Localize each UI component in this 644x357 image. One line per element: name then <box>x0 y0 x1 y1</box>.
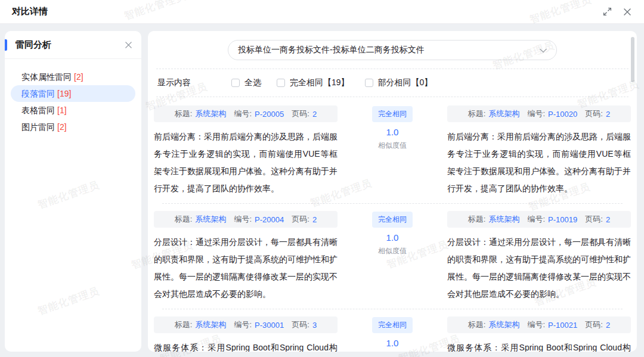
paragraph-title-link[interactable]: 系统架构 <box>488 319 519 330</box>
paragraph-number-link[interactable]: P-10021 <box>548 321 577 330</box>
paragraph-text: 前后端分离：采用前后端分离的涉及思路，后端服务专注于业务逻辑的实现，而前端使用V… <box>447 128 631 197</box>
paragraph-page-link[interactable]: 2 <box>606 321 610 330</box>
paragraph-number-link[interactable]: P-20005 <box>255 110 284 119</box>
paragraph-title-link[interactable]: 系统架构 <box>195 214 226 225</box>
display-content-filter: 显示内容 全选 完全相同【19】 部分相同【0】 <box>148 69 637 97</box>
comparison-row: 标题:系统架构 编号:P-30001 页码:3 微服务体系：采用Spring B… <box>154 309 631 352</box>
paragraph-meta: 标题:系统架构 编号:P-10021 页码:2 <box>447 316 631 333</box>
page-title: 对比详情 <box>12 6 48 17</box>
match-type-badge: 完全相同 <box>372 212 413 228</box>
panel-close-icon[interactable] <box>123 40 133 49</box>
paragraph-meta: 标题:系统架构 编号:P-20005 页码:2 <box>154 105 338 122</box>
similarity-indicator: 完全相同 1.0 相似度值 <box>338 211 447 303</box>
checkbox-label: 完全相同【19】 <box>290 77 349 88</box>
menu-item-label: 表格雷同 <box>21 105 55 115</box>
checkbox-label: 部分相同【0】 <box>378 77 433 88</box>
sidebar-item-paragraph[interactable]: 段落雷同[19] <box>11 85 135 102</box>
match-type-badge: 完全相同 <box>372 106 413 122</box>
paragraph-meta: 标题:系统架构 编号:P-10020 页码:2 <box>447 105 631 122</box>
paragraph-title-link[interactable]: 系统架构 <box>488 214 519 225</box>
menu-item-label: 实体属性雷同 <box>21 72 72 82</box>
paragraph-page-link[interactable]: 3 <box>312 321 317 330</box>
similarity-analysis-panel: 雷同分析 实体属性雷同[2] 段落雷同[19] 表格雷同[1] 图片雷同[2] <box>5 31 141 352</box>
checkbox-select-all[interactable]: 全选 <box>231 77 261 88</box>
comparison-detail-panel: 投标单位一商务投标文件-投标单位二商务投标文件 显示内容 全选 完全相同【19】… <box>148 31 637 352</box>
sidebar-item-image[interactable]: 图片雷同[2] <box>11 119 135 135</box>
comparison-row: 标题:系统架构 编号:P-20004 页码:2 分层设计：通过采用分层设计，每一… <box>154 204 631 309</box>
similarity-score-label: 相似度值 <box>378 246 407 256</box>
scrollbar-thumb[interactable] <box>631 37 634 82</box>
paragraph-number-link[interactable]: P-30001 <box>255 321 284 330</box>
paragraph-title-link[interactable]: 系统架构 <box>195 319 226 330</box>
left-paragraph: 标题:系统架构 编号:P-30001 页码:3 微服务体系：采用Spring B… <box>154 316 338 352</box>
paragraph-page-link[interactable]: 2 <box>606 110 610 119</box>
paragraph-text: 微服务体系：采用Spring Boot和Spring Cloud构建微服务体系，… <box>447 339 631 352</box>
paragraph-text: 分层设计：通过采用分层设计，每一层都具有清晰的职责和界限，这有助于提高系统的可维… <box>447 234 631 303</box>
paragraph-number-link[interactable]: P-10020 <box>548 110 577 119</box>
menu-item-count: [2] <box>74 72 83 82</box>
paragraph-text: 分层设计：通过采用分层设计，每一层都具有清晰的职责和界限，这有助于提高系统的可维… <box>154 234 338 303</box>
right-paragraph: 标题:系统架构 编号:P-10020 页码:2 前后端分离：采用前后端分离的涉及… <box>447 105 631 197</box>
sidebar-title: 雷同分析 <box>16 39 51 51</box>
window-titlebar: 对比详情 <box>0 0 644 24</box>
sidebar-item-table[interactable]: 表格雷同[1] <box>11 102 135 119</box>
paragraph-text: 微服务体系：采用Spring Boot和Spring Cloud构建微服务体系，… <box>154 339 338 352</box>
menu-item-count: [1] <box>57 105 67 115</box>
checkbox-label: 全选 <box>244 77 261 88</box>
sidebar-item-entity-attribute[interactable]: 实体属性雷同[2] <box>11 69 135 85</box>
similarity-indicator: 完全相同 1.0 相似度值 <box>338 316 447 352</box>
similarity-score: 1.0 <box>386 338 399 348</box>
close-icon[interactable] <box>623 7 632 17</box>
similarity-score: 1.0 <box>386 232 399 243</box>
paragraph-page-link[interactable]: 2 <box>312 215 317 224</box>
menu-item-label: 图片雷同 <box>21 122 55 132</box>
filter-label: 显示内容 <box>157 77 191 88</box>
match-type-badge: 完全相同 <box>372 317 413 333</box>
similarity-type-menu: 实体属性雷同[2] 段落雷同[19] 表格雷同[1] 图片雷同[2] <box>5 59 141 145</box>
menu-item-label: 段落雷同 <box>21 89 55 98</box>
comparison-rows: 标题:系统架构 编号:P-20005 页码:2 前后端分离：采用前后端分离的涉及… <box>148 97 637 352</box>
expand-icon[interactable] <box>602 7 612 17</box>
chevron-down-icon <box>540 45 547 55</box>
comparison-row: 标题:系统架构 编号:P-20005 页码:2 前后端分离：采用前后端分离的涉及… <box>154 98 631 203</box>
document-pair-select[interactable]: 投标单位一商务投标文件-投标单位二商务投标文件 <box>228 40 557 60</box>
similarity-score-label: 相似度值 <box>378 141 407 151</box>
paragraph-number-link[interactable]: P-20004 <box>255 215 284 224</box>
paragraph-title-link[interactable]: 系统架构 <box>488 108 519 119</box>
right-paragraph: 标题:系统架构 编号:P-10019 页码:2 分层设计：通过采用分层设计，每一… <box>447 211 631 303</box>
checkbox-icon <box>231 79 240 87</box>
paragraph-text: 前后端分离：采用前后端分离的涉及思路，后端服务专注于业务逻辑的实现，而前端使用V… <box>154 128 338 197</box>
similarity-indicator: 完全相同 1.0 相似度值 <box>338 105 447 197</box>
right-paragraph: 标题:系统架构 编号:P-10021 页码:2 微服务体系：采用Spring B… <box>447 316 631 352</box>
checkbox-fully-identical[interactable]: 完全相同【19】 <box>277 77 349 88</box>
menu-item-count: [19] <box>57 89 71 98</box>
checkbox-partially-identical[interactable]: 部分相同【0】 <box>365 77 433 88</box>
paragraph-title-link[interactable]: 系统架构 <box>195 108 226 119</box>
paragraph-number-link[interactable]: P-10019 <box>548 215 577 224</box>
left-paragraph: 标题:系统架构 编号:P-20005 页码:2 前后端分离：采用前后端分离的涉及… <box>154 105 338 197</box>
paragraph-meta: 标题:系统架构 编号:P-10019 页码:2 <box>447 211 631 228</box>
checkbox-icon <box>277 79 285 87</box>
paragraph-meta: 标题:系统架构 编号:P-30001 页码:3 <box>154 316 338 333</box>
accent-bar <box>5 39 7 51</box>
paragraph-page-link[interactable]: 2 <box>606 215 610 224</box>
similarity-score: 1.0 <box>386 127 399 137</box>
menu-item-count: [2] <box>57 122 67 132</box>
document-pair-value: 投标单位一商务投标文件-投标单位二商务投标文件 <box>238 45 425 55</box>
left-paragraph: 标题:系统架构 编号:P-20004 页码:2 分层设计：通过采用分层设计，每一… <box>154 211 338 303</box>
checkbox-icon <box>365 79 373 87</box>
paragraph-meta: 标题:系统架构 编号:P-20004 页码:2 <box>154 211 338 228</box>
paragraph-page-link[interactable]: 2 <box>312 110 317 119</box>
